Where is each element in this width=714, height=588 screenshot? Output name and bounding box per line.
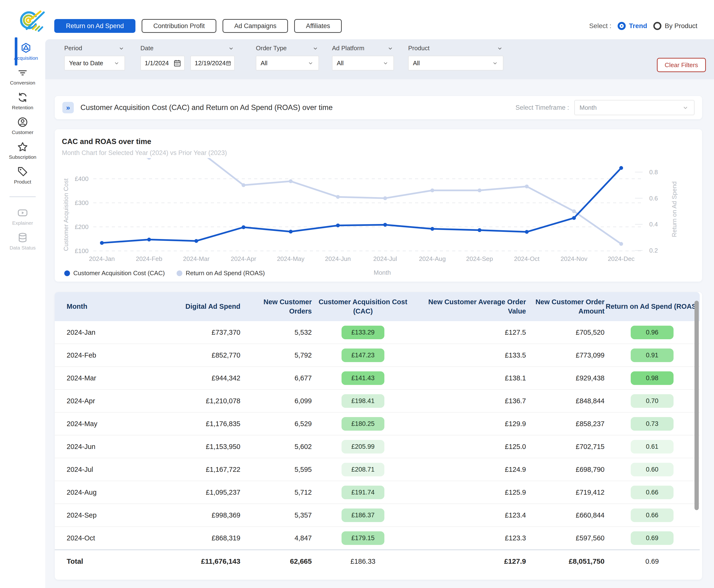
total-ad-spend: £11,676,143 [138, 557, 240, 565]
table-body: 2024-Jan£737,3705,532£133.29£127.5£705,5… [55, 321, 702, 550]
timeframe-select[interactable]: Month [574, 100, 694, 115]
chevron-down-icon [382, 60, 389, 67]
period-label: Period [64, 44, 82, 52]
legend-label: Customer Acquisition Cost (CAC) [73, 270, 165, 277]
sidebar: Acquisition Conversion Retention Custome… [0, 39, 45, 588]
cell-ad-spend: £1,210,078 [138, 397, 240, 405]
table-row: 2024-Apr£1,210,0786,099£198.41£136.7£848… [55, 390, 700, 413]
sidebar-item-data-status[interactable]: Data Status [0, 229, 45, 254]
roas-legend-dot-icon [177, 270, 182, 276]
tab-contribution-profit[interactable]: Contribution Profit [142, 19, 216, 33]
cell-cac-badge: £208.71 [342, 463, 384, 476]
chevron-down-icon[interactable] [387, 45, 394, 52]
table-row: 2024-Mar£944,3426,677£141.43£138.1£929,4… [55, 367, 700, 390]
filter-date: Date 1/1/2024 12/19/2024 [140, 44, 235, 70]
sidebar-item-label: Subscription [9, 154, 37, 160]
cell-cac-badge: £186.37 [312, 508, 414, 522]
tab-return-on-ad-spend[interactable]: Return on Ad Spend [54, 19, 135, 33]
product-select[interactable]: All [408, 56, 503, 70]
svg-text:2024-Jun: 2024-Jun [325, 255, 351, 262]
company-logo-icon [17, 9, 46, 32]
sidebar-item-conversion[interactable]: Conversion [0, 64, 45, 89]
cell-order-amount: £848,844 [526, 397, 605, 405]
chevron-down-icon[interactable] [118, 45, 125, 52]
sidebar-item-subscription[interactable]: Subscription [0, 138, 45, 163]
total-aov: £127.9 [414, 557, 526, 565]
col-header-roas: Return on Ad Spend (ROAS) [605, 302, 700, 311]
sidebar-item-retention[interactable]: Retention [0, 89, 45, 113]
cell-ad-spend: £1,167,722 [138, 466, 240, 474]
cell-ad-spend: £944,342 [138, 374, 240, 382]
cell-cac-badge: £141.43 [312, 371, 414, 385]
section-header-card: » Customer Acquisition Cost (CAC) and Re… [55, 96, 702, 119]
sidebar-item-explainer[interactable]: Explainer [0, 204, 45, 229]
cell-month: 2024-Mar [67, 374, 138, 382]
cell-aov: £127.5 [414, 329, 526, 336]
filter-ad-platform: Ad Platform All [332, 44, 394, 70]
sidebar-item-label: Conversion [10, 80, 35, 86]
cell-ad-spend: £1,153,950 [138, 443, 240, 450]
cell-orders: 5,712 [240, 488, 312, 496]
chart-card: CAC and ROAS over time Month Chart for S… [55, 129, 702, 281]
total-roas: 0.69 [605, 558, 700, 565]
period-select[interactable]: Year to Date [64, 56, 125, 70]
date-from-input[interactable]: 1/1/2024 [140, 56, 185, 70]
cell-month: 2024-Oct [67, 534, 138, 542]
timeframe-label: Select Timeframe : [516, 104, 569, 111]
chevron-down-icon[interactable] [312, 45, 319, 52]
date-from-value: 1/1/2024 [145, 60, 169, 67]
svg-text:£300: £300 [75, 199, 89, 206]
view-mode-select: Select : Trend By Product [589, 22, 697, 30]
svg-text:£400: £400 [75, 175, 89, 182]
table-scrollbar[interactable] [694, 301, 699, 510]
cell-ad-spend: £868,319 [138, 534, 240, 542]
clear-filters-button[interactable]: Clear Filters [657, 58, 706, 72]
filter-period: Period Year to Date [64, 44, 125, 70]
product-value: All [413, 60, 420, 67]
sidebar-item-label: Retention [12, 105, 33, 110]
cell-month: 2024-Jan [67, 329, 138, 336]
svg-text:Customer Acquisition Cost: Customer Acquisition Cost [62, 178, 69, 251]
calendar-icon[interactable] [225, 59, 231, 67]
cell-month: 2024-Sep [67, 511, 138, 519]
cell-order-amount: £719,412 [526, 488, 605, 496]
retention-icon [17, 92, 28, 103]
period-value: Year to Date [69, 60, 103, 67]
sidebar-item-label: Customer [12, 129, 33, 135]
calendar-icon[interactable] [173, 59, 181, 67]
table-row: 2024-Oct£868,3194,847£179.15£123.3£597,5… [55, 527, 700, 550]
cell-cac-badge: £147.23 [312, 349, 414, 362]
table-row: 2024-Jun£1,153,9505,602£205.99£125.0£702… [55, 435, 700, 458]
svg-text:0.2: 0.2 [649, 247, 658, 254]
cell-aov: £123.3 [414, 534, 526, 542]
legend-item-cac[interactable]: Customer Acquisition Cost (CAC) [64, 270, 165, 277]
cell-orders: 6,529 [240, 420, 312, 428]
tab-affiliates[interactable]: Affiliates [294, 19, 342, 33]
radio-by-product[interactable]: By Product [653, 22, 697, 30]
ad-platform-select[interactable]: All [332, 56, 394, 70]
col-header-order-amount: New Customer Order Amount [526, 297, 605, 316]
svg-text:2024-Aug: 2024-Aug [419, 255, 446, 262]
tab-ad-campaigns[interactable]: Ad Campaigns [222, 19, 288, 33]
svg-text:2024-Nov: 2024-Nov [561, 255, 587, 262]
data-table-card: Month Digital Ad Spend New Customer Orde… [55, 292, 702, 580]
legend-item-roas[interactable]: Return on Ad Spend (ROAS) [177, 270, 265, 277]
select-label: Select : [589, 22, 611, 30]
table-row: 2024-Aug£1,095,2375,712£191.74£125.9£719… [55, 481, 700, 504]
chevron-down-icon[interactable] [228, 45, 235, 52]
svg-text:2024-Apr: 2024-Apr [231, 255, 256, 262]
sidebar-item-acquisition[interactable]: Acquisition [0, 39, 45, 64]
sidebar-item-customer[interactable]: Customer [0, 113, 45, 138]
cell-cac-badge: £133.29 [342, 326, 384, 339]
order-type-select[interactable]: All [256, 56, 319, 70]
date-to-input[interactable]: 12/19/2024 [190, 56, 235, 70]
cell-roas-badge: 0.98 [631, 371, 673, 385]
subscription-icon [17, 141, 28, 152]
chevron-down-icon[interactable] [496, 45, 503, 52]
sidebar-item-product[interactable]: Product [0, 163, 45, 188]
chart-subtitle: Month Chart for Selected Year (2024) vs … [62, 149, 695, 156]
filter-bar: Period Year to Date Date 1/1/2024 [45, 39, 714, 79]
sidebar-item-label: Explainer [12, 220, 33, 226]
cell-cac-badge: £180.25 [342, 417, 384, 430]
radio-trend[interactable]: Trend [618, 22, 647, 30]
